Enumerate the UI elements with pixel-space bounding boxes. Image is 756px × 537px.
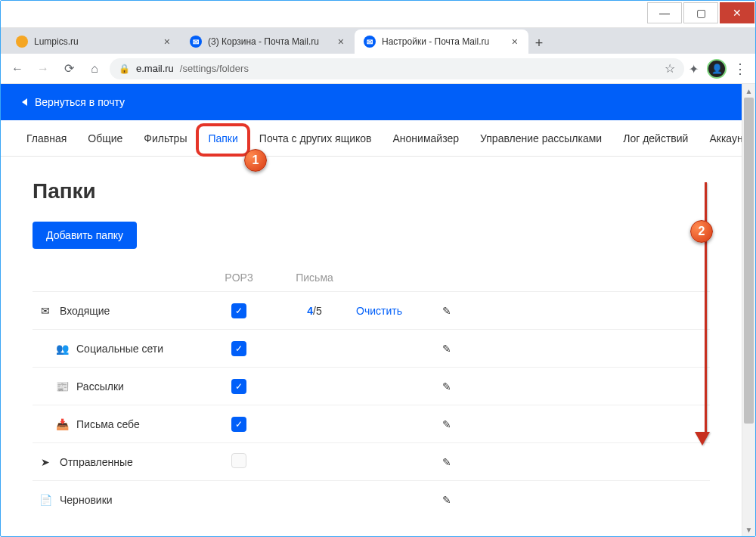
tab-folders[interactable]: Папки [197, 120, 248, 156]
table-row: 📥 Письма себе ✓ ✎ [33, 405, 710, 442]
folders-table: POP3 Письма ✉ Входящие ✓ 4/5 Очистить ✎ [33, 264, 710, 518]
page-body: Папки Добавить папку POP3 Письма ✉ Входя… [1, 157, 742, 536]
add-folder-button[interactable]: Добавить папку [33, 222, 137, 249]
folder-label: Письма себе [76, 418, 140, 430]
clear-link[interactable]: Очистить [356, 305, 402, 317]
sent-icon: ➤ [39, 455, 52, 469]
folder-label: Социальные сети [76, 343, 163, 355]
scroll-up-icon[interactable]: ▲ [742, 84, 755, 98]
scrollbar-thumb[interactable] [744, 98, 754, 424]
pop3-checkbox[interactable]: ✓ [231, 341, 246, 356]
address-bar: ← → ⟳ ⌂ 🔒 e.mail.ru/settings/folders ☆ ✦… [1, 54, 755, 84]
tab-action-log[interactable]: Лог действий [612, 120, 699, 156]
window-maximize-button[interactable]: ▢ [683, 2, 718, 23]
edit-icon[interactable]: ✎ [442, 305, 451, 317]
folder-label: Черновики [60, 494, 113, 506]
envelope-icon: ✉ [39, 304, 52, 318]
folder-name-cell: 📥 Письма себе [39, 417, 205, 431]
folder-label: Отправленные [60, 456, 133, 468]
tab-other-mailboxes[interactable]: Почта с других ящиков [249, 120, 383, 156]
draft-icon: 📄 [39, 493, 52, 507]
edit-icon[interactable]: ✎ [442, 343, 451, 355]
people-icon: 👥 [55, 342, 69, 355]
pop3-checkbox[interactable]: ✓ [231, 379, 246, 394]
browser-tab[interactable]: ✉ (3) Корзина - Почта Mail.ru × [181, 29, 355, 54]
edit-icon[interactable]: ✎ [442, 418, 451, 430]
table-row: ✉ Входящие ✓ 4/5 Очистить ✎ [33, 291, 710, 329]
tab-subscriptions[interactable]: Управление рассылками [469, 120, 612, 156]
mail-header: Вернуться в почту [1, 84, 742, 120]
favicon-icon: ✉ [190, 36, 202, 48]
tab-general[interactable]: Общие [77, 120, 133, 156]
new-tab-button[interactable]: + [528, 33, 550, 54]
close-icon[interactable]: × [163, 36, 172, 48]
table-row: 👥 Социальные сети ✓ ✎ [33, 329, 710, 367]
folder-name-cell: ➤ Отправленные [39, 455, 205, 469]
table-row: ➤ Отправленные ✎ [33, 442, 710, 480]
folder-label: Входящие [60, 305, 110, 317]
table-row: 📰 Рассылки ✓ ✎ [33, 367, 710, 405]
reload-button[interactable]: ⟳ [58, 58, 79, 79]
download-icon: 📥 [55, 417, 69, 431]
tab-anonymizer[interactable]: Анонимайзер [383, 120, 469, 156]
favicon-icon: ✉ [364, 36, 376, 48]
settings-tabs: Главная Общие Фильтры Папки Почта с друг… [1, 120, 742, 157]
tab-title: (3) Корзина - Почта Mail.ru [208, 36, 330, 47]
scroll-down-icon[interactable]: ▼ [742, 523, 755, 536]
back-button[interactable]: ← [7, 58, 28, 79]
folder-label: Рассылки [76, 380, 124, 393]
newsletter-icon: 📰 [55, 380, 69, 393]
close-icon[interactable]: × [336, 36, 345, 48]
pop3-checkbox[interactable]: ✓ [231, 417, 246, 432]
url-host: e.mail.ru [136, 63, 174, 74]
pop3-checkbox[interactable]: ✓ [231, 303, 246, 318]
window-title-bar: — ▢ ✕ [1, 1, 755, 28]
col-letters: Письма [273, 272, 356, 284]
back-triangle-icon [22, 98, 27, 106]
lock-icon: 🔒 [119, 64, 130, 74]
annotation-badge-2: 2 [690, 220, 713, 243]
browser-menu-button[interactable]: ⋮ [731, 61, 749, 77]
browser-tab[interactable]: Lumpics.ru × [7, 29, 181, 54]
url-path: /settings/folders [180, 63, 249, 74]
edit-icon[interactable]: ✎ [442, 494, 451, 506]
folder-name-cell: 📰 Рассылки [39, 380, 205, 393]
page-content: Вернуться в почту Главная Общие Фильтры … [1, 84, 742, 536]
bookmark-icon[interactable]: ☆ [665, 61, 675, 76]
home-button[interactable]: ⌂ [84, 58, 105, 79]
tab-title: Lumpics.ru [34, 36, 156, 47]
table-row: 📄 Черновики ✎ [33, 480, 710, 518]
window-close-button[interactable]: ✕ [720, 2, 754, 23]
edit-icon[interactable]: ✎ [442, 456, 451, 468]
annotation-badge-1: 1 [244, 149, 267, 172]
profile-avatar[interactable]: 👤 [707, 59, 727, 79]
window-controls: — ▢ ✕ [646, 1, 755, 27]
folder-name-cell: 📄 Черновики [39, 493, 205, 507]
page-title: Папки [33, 179, 710, 203]
table-header: POP3 Письма [33, 264, 710, 291]
scrollbar[interactable]: ▲ ▼ [742, 84, 755, 536]
tab-filters[interactable]: Фильтры [133, 120, 197, 156]
forward-button[interactable]: → [33, 58, 54, 79]
pop3-checkbox[interactable] [231, 453, 246, 468]
window-minimize-button[interactable]: — [647, 2, 682, 23]
col-pop3: POP3 [205, 272, 273, 284]
extensions-icon[interactable]: ✦ [689, 62, 702, 76]
browser-tab[interactable]: ✉ Настройки - Почта Mail.ru × [355, 29, 528, 54]
letters-count: 4/5 [273, 305, 356, 317]
browser-tab-strip: Lumpics.ru × ✉ (3) Корзина - Почта Mail.… [1, 28, 755, 54]
back-to-mail-link[interactable]: Вернуться в почту [35, 96, 125, 108]
url-input[interactable]: 🔒 e.mail.ru/settings/folders ☆ [110, 58, 684, 79]
edit-icon[interactable]: ✎ [442, 380, 451, 393]
favicon-icon [16, 36, 28, 48]
tab-account[interactable]: Аккаунт [699, 120, 742, 156]
tab-main[interactable]: Главная [16, 120, 77, 156]
folder-name-cell: 👥 Социальные сети [39, 342, 205, 355]
folder-name-cell: ✉ Входящие [39, 304, 205, 318]
viewport: Вернуться в почту Главная Общие Фильтры … [1, 84, 755, 536]
tab-title: Настройки - Почта Mail.ru [382, 36, 504, 47]
close-icon[interactable]: × [510, 36, 519, 48]
